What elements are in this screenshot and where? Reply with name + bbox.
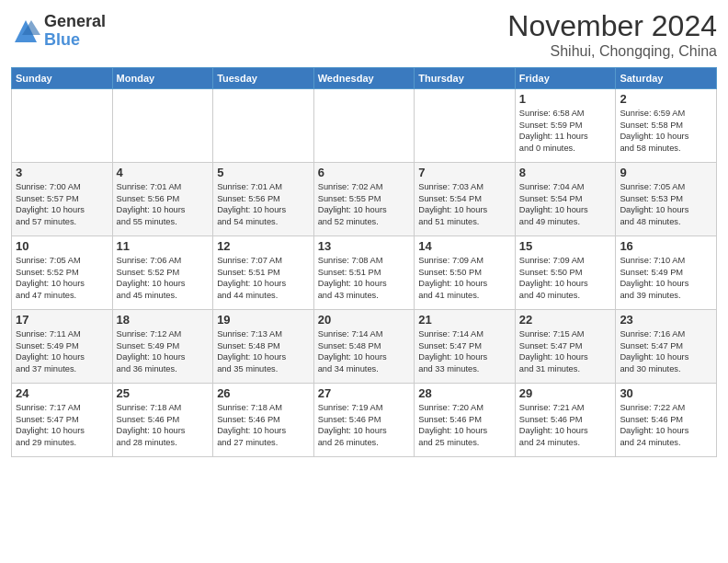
calendar-cell: 4Sunrise: 7:01 AM Sunset: 5:56 PM Daylig… [112,163,213,236]
logo-blue: Blue [44,31,106,50]
month-title: November 2024 [507,9,717,43]
week-row-0: 1Sunrise: 6:58 AM Sunset: 5:59 PM Daylig… [12,89,717,163]
day-number: 11 [117,239,210,253]
week-row-1: 3Sunrise: 7:00 AM Sunset: 5:57 PM Daylig… [12,163,717,236]
day-number: 25 [117,386,210,400]
week-row-2: 10Sunrise: 7:05 AM Sunset: 5:52 PM Dayli… [12,236,717,310]
day-number: 2 [620,92,712,106]
calendar-body: 1Sunrise: 6:58 AM Sunset: 5:59 PM Daylig… [12,89,717,457]
th-sunday: Sunday [12,68,113,89]
day-info: Sunrise: 7:08 AM Sunset: 5:51 PM Dayligh… [318,255,411,301]
calendar-cell: 1Sunrise: 6:58 AM Sunset: 5:59 PM Daylig… [515,89,616,163]
day-info: Sunrise: 7:07 AM Sunset: 5:51 PM Dayligh… [217,255,310,301]
day-info: Sunrise: 7:22 AM Sunset: 5:46 PM Dayligh… [620,402,712,448]
calendar-cell: 19Sunrise: 7:13 AM Sunset: 5:48 PM Dayli… [213,310,314,384]
day-number: 10 [16,239,108,253]
th-friday: Friday [515,68,616,89]
location-title: Shihui, Chongqing, China [507,43,717,60]
calendar-cell: 24Sunrise: 7:17 AM Sunset: 5:47 PM Dayli… [12,384,113,457]
logo-general: General [44,13,106,31]
day-info: Sunrise: 7:03 AM Sunset: 5:54 PM Dayligh… [418,181,511,227]
calendar-cell: 11Sunrise: 7:06 AM Sunset: 5:52 PM Dayli… [112,236,213,310]
calendar-cell: 20Sunrise: 7:14 AM Sunset: 5:48 PM Dayli… [313,310,415,384]
th-thursday: Thursday [415,68,516,89]
calendar-cell: 10Sunrise: 7:05 AM Sunset: 5:52 PM Dayli… [12,236,113,310]
day-number: 8 [519,166,612,179]
day-number: 5 [217,166,310,179]
day-info: Sunrise: 7:18 AM Sunset: 5:46 PM Dayligh… [217,402,310,448]
day-info: Sunrise: 7:15 AM Sunset: 5:47 PM Dayligh… [519,328,612,374]
day-number: 19 [217,313,310,327]
day-info: Sunrise: 7:11 AM Sunset: 5:49 PM Dayligh… [16,328,108,374]
day-info: Sunrise: 7:06 AM Sunset: 5:52 PM Dayligh… [117,255,210,301]
calendar-cell [12,89,113,163]
day-info: Sunrise: 7:09 AM Sunset: 5:50 PM Dayligh… [519,255,612,301]
day-info: Sunrise: 7:05 AM Sunset: 5:52 PM Dayligh… [16,255,108,301]
day-number: 13 [318,239,411,253]
main-container: General Blue November 2024 Shihui, Chong… [0,0,728,463]
calendar-cell: 23Sunrise: 7:16 AM Sunset: 5:47 PM Dayli… [616,310,717,384]
day-info: Sunrise: 7:12 AM Sunset: 5:49 PM Dayligh… [117,328,210,374]
day-info: Sunrise: 7:17 AM Sunset: 5:47 PM Dayligh… [16,402,108,448]
day-info: Sunrise: 7:13 AM Sunset: 5:48 PM Dayligh… [217,328,310,374]
calendar-cell: 25Sunrise: 7:18 AM Sunset: 5:46 PM Dayli… [112,384,213,457]
day-info: Sunrise: 6:58 AM Sunset: 5:59 PM Dayligh… [519,108,612,154]
th-tuesday: Tuesday [213,68,314,89]
logo-text: General Blue [44,13,106,50]
calendar-cell: 29Sunrise: 7:21 AM Sunset: 5:46 PM Dayli… [515,384,616,457]
title-area: November 2024 Shihui, Chongqing, China [507,9,717,60]
week-row-4: 24Sunrise: 7:17 AM Sunset: 5:47 PM Dayli… [12,384,717,457]
day-number: 18 [117,313,210,327]
calendar-cell [313,89,415,163]
day-number: 15 [519,239,612,253]
day-info: Sunrise: 7:01 AM Sunset: 5:56 PM Dayligh… [117,181,210,227]
day-number: 4 [117,166,210,179]
calendar-cell: 14Sunrise: 7:09 AM Sunset: 5:50 PM Dayli… [415,236,516,310]
calendar-cell: 21Sunrise: 7:14 AM Sunset: 5:47 PM Dayli… [415,310,516,384]
day-info: Sunrise: 7:19 AM Sunset: 5:46 PM Dayligh… [318,402,411,448]
calendar-cell: 3Sunrise: 7:00 AM Sunset: 5:57 PM Daylig… [12,163,113,236]
day-number: 24 [16,386,108,400]
calendar-cell: 18Sunrise: 7:12 AM Sunset: 5:49 PM Dayli… [112,310,213,384]
calendar-cell: 26Sunrise: 7:18 AM Sunset: 5:46 PM Dayli… [213,384,314,457]
day-info: Sunrise: 7:16 AM Sunset: 5:47 PM Dayligh… [620,328,712,374]
calendar-cell: 2Sunrise: 6:59 AM Sunset: 5:58 PM Daylig… [616,89,717,163]
day-number: 23 [620,313,712,327]
day-info: Sunrise: 7:09 AM Sunset: 5:50 PM Dayligh… [418,255,511,301]
calendar-cell [213,89,314,163]
th-wednesday: Wednesday [313,68,415,89]
day-info: Sunrise: 7:02 AM Sunset: 5:55 PM Dayligh… [318,181,411,227]
day-number: 14 [418,239,511,253]
calendar-cell: 30Sunrise: 7:22 AM Sunset: 5:46 PM Dayli… [616,384,717,457]
header-area: General Blue November 2024 Shihui, Chong… [11,9,717,60]
logo-icon [11,17,40,46]
day-number: 22 [519,313,612,327]
calendar-cell: 22Sunrise: 7:15 AM Sunset: 5:47 PM Dayli… [515,310,616,384]
calendar-cell: 5Sunrise: 7:01 AM Sunset: 5:56 PM Daylig… [213,163,314,236]
day-info: Sunrise: 7:14 AM Sunset: 5:47 PM Dayligh… [418,328,511,374]
th-saturday: Saturday [616,68,717,89]
day-number: 29 [519,386,612,400]
calendar-cell: 15Sunrise: 7:09 AM Sunset: 5:50 PM Dayli… [515,236,616,310]
day-info: Sunrise: 7:21 AM Sunset: 5:46 PM Dayligh… [519,402,612,448]
day-number: 9 [620,166,712,179]
calendar-cell [415,89,516,163]
calendar-cell: 16Sunrise: 7:10 AM Sunset: 5:49 PM Dayli… [616,236,717,310]
day-info: Sunrise: 6:59 AM Sunset: 5:58 PM Dayligh… [620,108,712,154]
day-number: 16 [620,239,712,253]
logo: General Blue [11,13,106,50]
calendar-cell: 17Sunrise: 7:11 AM Sunset: 5:49 PM Dayli… [12,310,113,384]
day-info: Sunrise: 7:20 AM Sunset: 5:46 PM Dayligh… [418,402,511,448]
calendar-cell: 12Sunrise: 7:07 AM Sunset: 5:51 PM Dayli… [213,236,314,310]
calendar-cell: 6Sunrise: 7:02 AM Sunset: 5:55 PM Daylig… [313,163,415,236]
day-number: 27 [318,386,411,400]
day-number: 17 [16,313,108,327]
calendar-cell: 27Sunrise: 7:19 AM Sunset: 5:46 PM Dayli… [313,384,415,457]
calendar-table: Sunday Monday Tuesday Wednesday Thursday… [11,67,717,457]
th-monday: Monday [112,68,213,89]
day-number: 3 [16,166,108,179]
day-number: 26 [217,386,310,400]
calendar-cell: 7Sunrise: 7:03 AM Sunset: 5:54 PM Daylig… [415,163,516,236]
day-number: 6 [318,166,411,179]
day-number: 7 [418,166,511,179]
